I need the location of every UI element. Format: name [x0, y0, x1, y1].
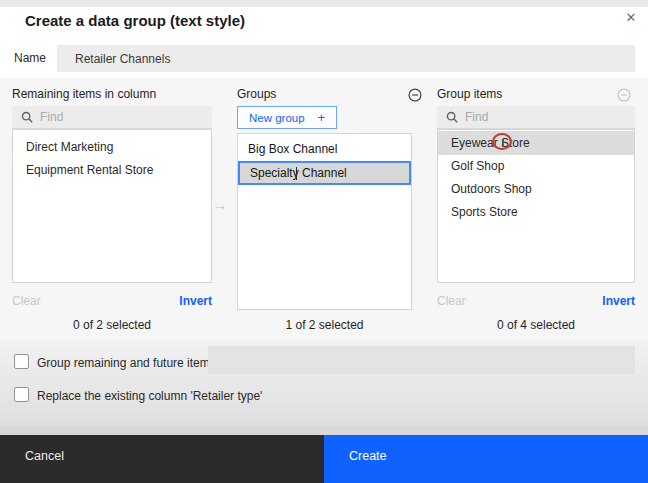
remaining-selected-count: 0 of 2 selected: [12, 318, 212, 332]
text-caret: [296, 167, 297, 180]
remove-group-icon[interactable]: [408, 88, 422, 102]
move-to-group-arrow-icon[interactable]: →: [213, 197, 227, 213]
remaining-invert-link[interactable]: Invert: [12, 294, 212, 308]
list-item-highlighted[interactable]: Eyewear Store: [438, 131, 634, 155]
name-label: Name: [14, 51, 46, 65]
group-items-invert-link[interactable]: Invert: [437, 294, 635, 308]
remaining-items-list: Direct Marketing Equipment Rental Store: [12, 129, 212, 283]
new-group-button[interactable]: New group +: [237, 106, 337, 129]
list-item[interactable]: Direct Marketing: [13, 136, 211, 159]
group-remaining-checkbox[interactable]: [14, 354, 29, 369]
replace-column-label: Replace the existing column 'Retailer ty…: [37, 389, 262, 403]
group-items-selected-count: 0 of 4 selected: [437, 318, 635, 332]
dialog-title: Create a data group (text style): [25, 12, 245, 29]
window-top-strip: [0, 0, 648, 7]
remaining-items-header: Remaining items in column: [12, 87, 156, 101]
group-items-list: Eyewear Store Golf Shop Outdoors Shop Sp…: [437, 129, 635, 283]
group-items-search[interactable]: [437, 106, 635, 129]
groups-selected-count: 1 of 2 selected: [237, 318, 412, 332]
groups-list: Big Box Channel Specialty Channel: [237, 133, 412, 310]
close-icon[interactable]: ✕: [620, 7, 642, 29]
search-icon: [21, 111, 33, 123]
group-remaining-label: Group remaining and future items in: [37, 356, 228, 370]
cursor-icon: [502, 139, 504, 147]
name-input[interactable]: [57, 45, 635, 72]
group-items-search-input[interactable]: [465, 110, 585, 124]
list-item[interactable]: Sports Store: [438, 201, 634, 224]
groups-header: Groups: [237, 87, 276, 101]
group-row[interactable]: Big Box Channel: [238, 137, 411, 161]
remaining-search-input[interactable]: [40, 110, 160, 124]
cancel-button[interactable]: Cancel: [0, 435, 324, 483]
list-item[interactable]: Equipment Rental Store: [13, 159, 211, 182]
search-icon: [446, 111, 458, 123]
remove-group-item-icon[interactable]: [617, 88, 631, 102]
click-indicator: [492, 133, 512, 150]
list-item[interactable]: Golf Shop: [438, 155, 634, 178]
group-items-header: Group items: [437, 87, 502, 101]
group-remaining-input[interactable]: [208, 346, 635, 374]
footer-divider-strip: [0, 425, 648, 435]
replace-column-checkbox[interactable]: [14, 387, 29, 402]
plus-icon: +: [317, 110, 325, 125]
create-button[interactable]: Create: [324, 435, 648, 483]
group-row-label: Specialty Channel: [250, 166, 347, 180]
remaining-search[interactable]: [12, 106, 212, 129]
new-group-label: New group: [249, 112, 317, 124]
list-item[interactable]: Outdoors Shop: [438, 178, 634, 201]
group-row-selected[interactable]: Specialty Channel: [238, 161, 411, 185]
